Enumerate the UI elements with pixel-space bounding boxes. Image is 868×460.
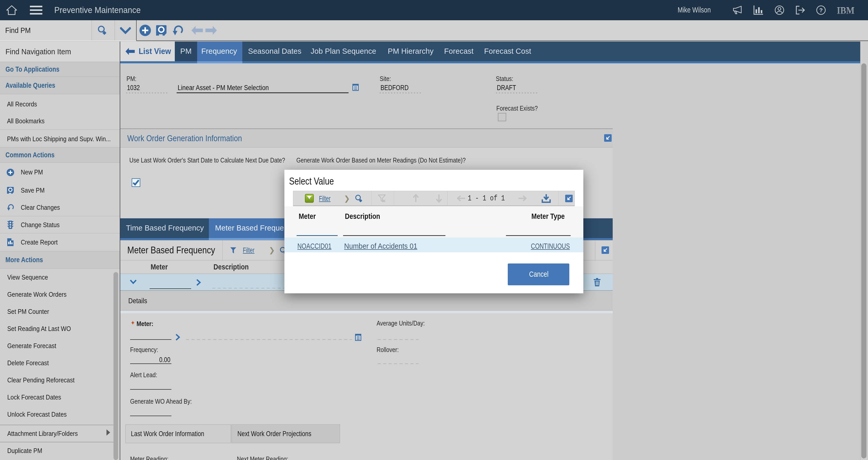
svg-text:?: ? xyxy=(819,7,823,13)
